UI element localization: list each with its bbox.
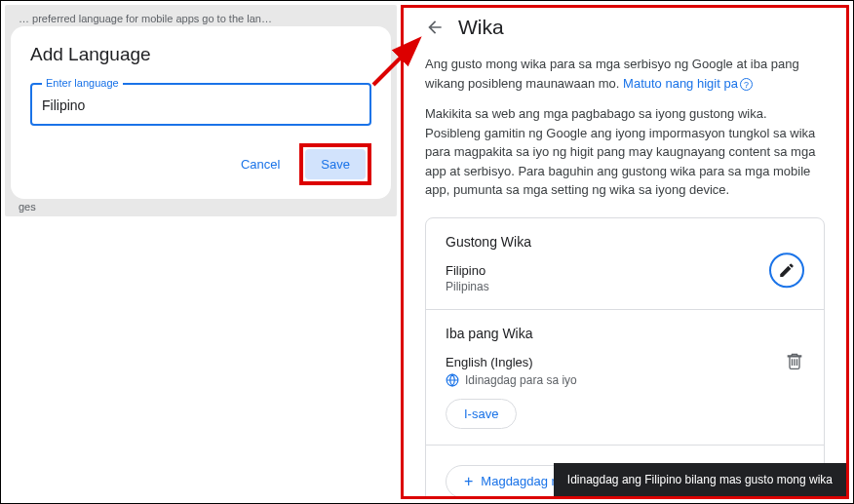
help-icon[interactable]: ? — [740, 78, 753, 91]
preferred-lang-name: Filipino — [446, 263, 804, 278]
other-lang-name: English (Ingles) — [446, 355, 804, 369]
svg-line-1 — [373, 42, 416, 85]
preferred-lang-region: Pilipinas — [446, 280, 804, 293]
truncated-text-bottom: ges — [11, 199, 391, 214]
trash-icon — [785, 351, 804, 370]
left-panel: … preferred language for mobile apps go … — [1, 1, 401, 503]
plus-icon: + — [464, 474, 473, 489]
language-card: Gustong Wika Filipino Pilipinas Iba pang… — [425, 217, 825, 500]
globe-icon — [446, 373, 459, 387]
preferred-title: Gustong Wika — [446, 234, 804, 250]
language-input[interactable] — [42, 97, 360, 113]
save-button[interactable]: Save — [305, 149, 366, 179]
right-panel: Wika Ang gusto mong wika para sa mga ser… — [401, 5, 849, 499]
isave-button[interactable]: I-save — [446, 399, 517, 429]
truncated-text-top: … preferred language for mobile apps go … — [11, 11, 391, 26]
other-languages-section: Iba pang Wika English (Ingles) Idinagdag… — [426, 310, 824, 446]
add-language-dialog: Add Language Enter language Cancel Save — [11, 26, 391, 199]
delete-button[interactable] — [785, 351, 804, 370]
language-input-wrap[interactable]: Enter language — [30, 83, 371, 126]
description-1: Ang gusto mong wika para sa mga serbisyo… — [425, 55, 825, 93]
description-2: Makikita sa web ang mga pagbabago sa iyo… — [425, 104, 825, 200]
learn-more-link[interactable]: Matuto nang higit pa — [623, 76, 738, 91]
pencil-icon — [778, 261, 796, 279]
preferred-language-section: Gustong Wika Filipino Pilipinas — [426, 218, 824, 310]
edit-button[interactable] — [769, 252, 804, 288]
page-title: Wika — [458, 16, 504, 39]
arrow-annotation — [369, 34, 424, 93]
dialog-title: Add Language — [30, 44, 371, 65]
input-label: Enter language — [42, 77, 123, 89]
save-highlight-box: Save — [299, 143, 371, 185]
toast-notification: Idinagdag ang Filipino bilang mas gusto … — [554, 463, 846, 496]
other-title: Iba pang Wika — [446, 326, 804, 341]
added-for-you-text: Idinagdag para sa iyo — [465, 373, 577, 387]
cancel-button[interactable]: Cancel — [229, 149, 291, 179]
back-arrow-icon[interactable] — [425, 18, 445, 37]
